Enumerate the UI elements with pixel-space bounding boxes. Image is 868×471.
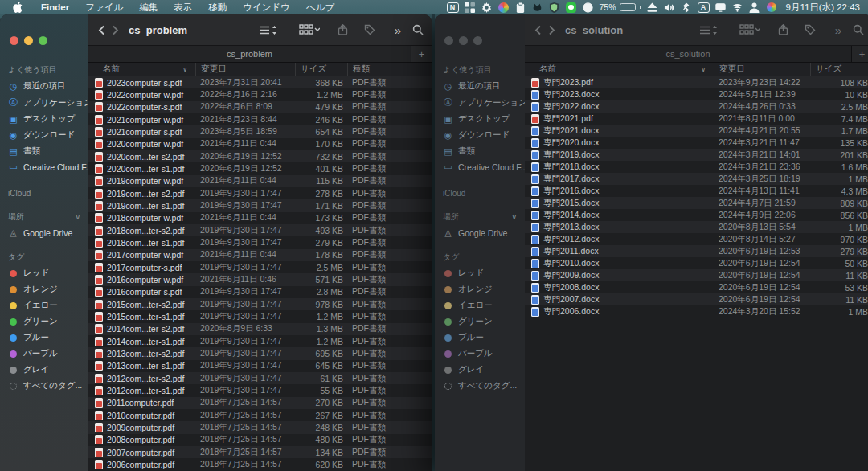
file-row[interactable]: 2013com...ter-s1.pdf2019年9月30日 17:47645 … xyxy=(88,360,432,372)
column-header-3[interactable]: サイズ xyxy=(810,63,868,76)
apple-multicolor-icon[interactable] xyxy=(766,2,777,13)
file-row[interactable]: 2020computer-w.pdf2021年6月11日 0:44170 KBP… xyxy=(88,138,432,150)
sidebar-tag-イエロー[interactable]: イエロー xyxy=(0,297,88,313)
file-row[interactable]: 2007computer.pdf2018年7月25日 14:57134 KBPD… xyxy=(88,446,432,458)
input-a-icon[interactable]: A xyxy=(698,2,710,13)
file-row[interactable]: 2010computer.pdf2018年7月25日 14:57267 KBPD… xyxy=(88,409,432,421)
chevron-down-icon[interactable]: ∨ xyxy=(511,213,517,221)
menu-移動[interactable]: 移動 xyxy=(200,2,235,14)
file-row[interactable]: 2023computer-s.pdf2023年7月31日 20:41368 KB… xyxy=(88,76,432,88)
file-row[interactable]: 専門2015.docx2024年4月7日 21:59809 KB xyxy=(525,197,868,209)
column-header-2[interactable]: 変更日 xyxy=(714,63,810,76)
file-row[interactable]: 2016computer-w.pdf2021年6月11日 0:46571 KBP… xyxy=(88,273,432,285)
forward-button[interactable] xyxy=(112,25,119,35)
sidebar-item-clock[interactable]: ◷最近の項目 xyxy=(0,78,88,94)
shield-icon[interactable] xyxy=(549,2,560,13)
menu-ファイル[interactable]: ファイル xyxy=(77,2,131,14)
file-row[interactable]: 2022computer-s.pdf2022年8月6日 8:09479 KBPD… xyxy=(88,101,432,113)
minimize-button[interactable] xyxy=(24,36,33,45)
file-row[interactable]: 専門2007.docx2020年6月19日 12:5411 KB xyxy=(525,293,868,305)
file-row[interactable]: 専門2023.docx2024年5月1日 12:3910 KB xyxy=(525,88,868,100)
file-row[interactable]: 2015com...ter-s1.pdf2019年9月30日 17:471.2 … xyxy=(88,310,432,322)
sidebar-tag-レッド[interactable]: レッド xyxy=(435,265,525,281)
file-row[interactable]: 2017computer-w.pdf2021年6月11日 0:44178 KBP… xyxy=(88,249,432,261)
sidebar-all-tags[interactable]: すべてのタグ... xyxy=(435,378,525,394)
file-row[interactable]: 2020com...ter-s2.pdf2020年6月19日 12:52732 … xyxy=(88,150,432,162)
chat-icon[interactable] xyxy=(498,2,510,13)
sidebar-item-applications[interactable]: Ⓐアプリケーション xyxy=(0,94,88,111)
group-by-icon[interactable] xyxy=(299,24,320,35)
menu-表示[interactable]: 表示 xyxy=(166,2,200,14)
tab-cs-problem[interactable]: cs_problem xyxy=(88,46,411,62)
file-row[interactable]: 2019com...ter-s2.pdf2019年9月30日 17:47278 … xyxy=(88,187,432,199)
file-row[interactable]: 2019computer-w.pdf2021年6月11日 0:44115 KBP… xyxy=(88,175,432,187)
tag-icon[interactable] xyxy=(805,24,816,35)
sidebar-tag-ブルー[interactable]: ブルー xyxy=(435,330,525,346)
forward-button[interactable] xyxy=(548,25,555,35)
new-tab-button[interactable]: + xyxy=(411,46,432,62)
file-row[interactable]: 専門2008.docx2020年6月19日 12:5453 KB xyxy=(525,281,868,293)
column-header-1[interactable]: 名前∨ xyxy=(88,63,195,76)
file-row[interactable]: 専門2013.docx2020年8月13日 5:541 MB xyxy=(525,221,868,233)
file-row[interactable]: 専門2018.docx2024年3月21日 23:361.6 MB xyxy=(525,161,868,173)
file-row[interactable]: 2009computer.pdf2018年7月25日 14:57248 KBPD… xyxy=(88,421,432,433)
sidebar-tag-レッド[interactable]: レッド xyxy=(0,265,88,281)
menu-編集[interactable]: 編集 xyxy=(131,2,166,14)
file-row[interactable]: 2018com...ter-s1.pdf2019年9月30日 17:47279 … xyxy=(88,236,432,248)
sidebar-tag-グレイ[interactable]: グレイ xyxy=(435,362,525,378)
file-row[interactable]: 2011computer.pdf2018年7月25日 14:57270 KBPD… xyxy=(88,397,432,409)
sidebar-tag-ブルー[interactable]: ブルー xyxy=(0,330,88,346)
file-row[interactable]: 2021computer-w.pdf2021年8月23日 8:44246 KBP… xyxy=(88,113,432,125)
user-icon[interactable] xyxy=(749,2,760,13)
file-row[interactable]: 専門2020.docx2024年3月21日 11:47135 KB xyxy=(525,137,868,149)
close-button[interactable] xyxy=(10,36,18,45)
close-button[interactable] xyxy=(444,36,453,45)
sidebar-item-document[interactable]: ▤書類 xyxy=(0,143,88,159)
sidebar-tag-グリーン[interactable]: グリーン xyxy=(435,313,525,330)
sidebar-item-desktop[interactable]: ▣デスクトップ xyxy=(0,111,88,127)
file-row[interactable]: 2016computer-s.pdf2019年9月30日 17:472.8 MB… xyxy=(88,286,432,298)
play-icon[interactable] xyxy=(583,2,594,13)
menu-ウインドウ[interactable]: ウインドウ xyxy=(235,2,298,14)
zoom-button[interactable] xyxy=(473,36,482,45)
sidebar-item-download[interactable]: ◉ダウンロード xyxy=(0,127,88,143)
sidebar-item-folder[interactable]: ▭Creative Cloud F... xyxy=(0,159,88,174)
file-row[interactable]: 2006computer.pdf2018年7月25日 14:57620 KBPD… xyxy=(88,458,432,470)
file-row[interactable]: 2012com...ter-s1.pdf2019年9月30日 17:4755 K… xyxy=(88,384,432,396)
file-row[interactable]: 2013com...ter-s2.pdf2019年9月30日 17:47695 … xyxy=(88,347,432,359)
sidebar-item-google-drive[interactable]: ◬Google Drive xyxy=(435,225,525,240)
back-button[interactable] xyxy=(534,25,542,35)
view-list-icon[interactable] xyxy=(699,25,719,35)
wifi-icon[interactable] xyxy=(732,2,743,13)
file-row[interactable]: 専門2014.docx2024年4月9日 22:06856 KB xyxy=(525,209,868,221)
eject-icon[interactable] xyxy=(647,2,658,13)
sidebar-item-clock[interactable]: ◷最近の項目 xyxy=(435,78,525,94)
notion-icon[interactable]: N xyxy=(447,2,459,13)
sidebar-tag-オレンジ[interactable]: オレンジ xyxy=(435,281,525,297)
sidebar-tag-イエロー[interactable]: イエロー xyxy=(435,297,525,313)
chevron-down-icon[interactable]: ∨ xyxy=(75,213,80,221)
battery-icon[interactable]: 75% xyxy=(600,2,641,13)
file-row[interactable]: 2020com...ter-s1.pdf2020年6月19日 12:52401 … xyxy=(88,162,432,174)
sidebar-item-folder[interactable]: ▭Creative Cloud F... xyxy=(435,159,525,174)
display-icon[interactable] xyxy=(715,2,727,13)
file-row[interactable]: 2014com...ter-s2.pdf2020年8月9日 6:331.3 MB… xyxy=(88,323,432,335)
file-row[interactable]: 2018computer-w.pdf2021年6月11日 0:44173 KBP… xyxy=(88,212,432,224)
sidebar-item-document[interactable]: ▤書類 xyxy=(435,143,525,159)
tiles-icon[interactable] xyxy=(465,2,476,13)
file-row[interactable]: 専門2009.docx2020年6月19日 12:5411 KB xyxy=(525,269,868,281)
more-toolbar-icon[interactable]: » xyxy=(835,23,840,37)
sidebar-item-desktop[interactable]: ▣デスクトップ xyxy=(435,111,525,127)
file-row[interactable]: 専門2023.pdf2023年9月23日 14:22108 KB xyxy=(525,76,868,88)
sidebar-tag-パープル[interactable]: パープル xyxy=(435,346,525,362)
zoom-button[interactable] xyxy=(39,36,47,45)
file-row[interactable]: 2019com...ter-s1.pdf2019年9月30日 17:47171 … xyxy=(88,199,432,211)
file-row[interactable]: 専門2012.docx2020年8月14日 5:27970 KB xyxy=(525,233,868,245)
sidebar-tag-オレンジ[interactable]: オレンジ xyxy=(0,281,88,297)
sidebar-item-google-drive[interactable]: ◬Google Drive xyxy=(0,225,88,240)
file-row[interactable]: 専門2011.docx2020年6月19日 12:53279 KB xyxy=(525,245,868,257)
tab-cs-solution[interactable]: cs_solution xyxy=(525,46,851,62)
volume-icon[interactable] xyxy=(664,2,675,13)
sidebar-item-download[interactable]: ◉ダウンロード xyxy=(435,127,525,143)
file-row[interactable]: 2008computer.pdf2018年7月25日 14:57480 KBPD… xyxy=(88,434,432,446)
